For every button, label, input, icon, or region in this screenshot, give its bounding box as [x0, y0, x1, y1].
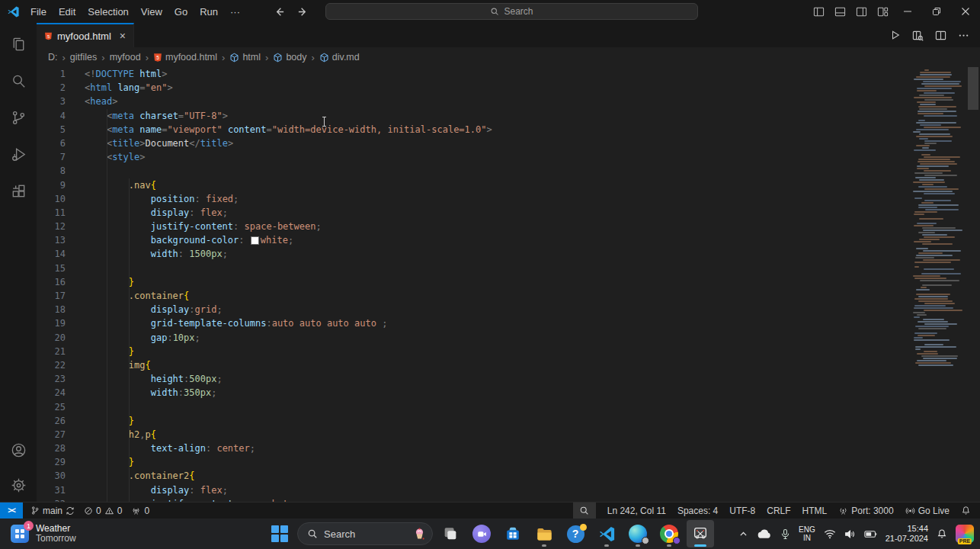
eol-setting[interactable]: CRLF — [767, 506, 790, 516]
chrome-button[interactable] — [655, 520, 683, 547]
more-actions-button[interactable] — [958, 30, 969, 41]
tab-close-icon[interactable]: × — [120, 30, 126, 41]
breadcrumb-item-myfood[interactable]: myfood — [110, 52, 141, 63]
code-line[interactable]: 16 } — [37, 275, 980, 289]
widgets-weather-button[interactable]: 1 Weather Tomorrow — [5, 522, 84, 546]
code-line[interactable]: 31 display: flex; — [37, 483, 980, 497]
code-line[interactable]: 3<head> — [37, 95, 980, 108]
file-explorer-button[interactable] — [530, 520, 558, 547]
code-line[interactable]: 8 — [37, 164, 980, 178]
explorer-icon[interactable] — [0, 26, 37, 63]
code-line[interactable]: 21 } — [37, 345, 980, 358]
menu-go[interactable]: Go — [168, 4, 194, 20]
notifications-icon[interactable] — [937, 528, 947, 539]
menu-edit[interactable]: Edit — [53, 4, 82, 20]
microphone-icon[interactable] — [780, 528, 790, 540]
menu-more[interactable]: ··· — [224, 4, 246, 20]
photos-preview-icon[interactable]: PRE — [956, 525, 974, 543]
code-line[interactable]: 29 } — [37, 455, 980, 469]
scrollbar-thumb[interactable] — [968, 67, 978, 110]
toggle-secondary-sidebar-button[interactable] — [850, 0, 872, 23]
run-debug-icon[interactable] — [0, 136, 37, 172]
code-line[interactable]: 4 <meta charset="UTF-8"> — [37, 109, 980, 123]
start-button[interactable] — [266, 520, 293, 547]
code-line[interactable]: 26 } — [37, 414, 980, 428]
wifi-icon[interactable] — [824, 529, 836, 539]
code-line[interactable]: 2<html lang="en"> — [37, 81, 980, 95]
code-line[interactable]: 17 .container{ — [37, 289, 980, 303]
remote-indicator[interactable]: >< — [0, 502, 23, 518]
split-editor-button[interactable] — [935, 30, 946, 41]
language-indicator[interactable]: ENGIN — [799, 525, 815, 542]
indentation-setting[interactable]: Spaces: 4 — [677, 506, 718, 516]
microsoft-store-button[interactable] — [499, 520, 527, 547]
run-file-button[interactable] — [890, 30, 901, 40]
minimize-button[interactable] — [893, 0, 922, 23]
forward-arrow-icon[interactable] — [297, 6, 309, 18]
accounts-icon[interactable] — [0, 432, 37, 468]
code-line[interactable]: 1<!DOCTYPE html> — [37, 67, 980, 81]
port-indicator[interactable]: Port: 3000 — [838, 506, 893, 516]
settings-gear-icon[interactable] — [0, 468, 37, 502]
toggle-panel-button[interactable] — [829, 0, 850, 23]
code-line[interactable]: 18 display:grid; — [37, 303, 980, 316]
ports-indicator[interactable]: 0 — [131, 506, 149, 516]
menu-selection[interactable]: Selection — [82, 4, 134, 20]
back-arrow-icon[interactable] — [274, 6, 285, 18]
code-line[interactable]: 9 .nav{ — [37, 178, 980, 192]
code-line[interactable]: 6 <title>Document</title> — [37, 136, 980, 150]
code-line[interactable]: 5 <meta name="viewport" content="width=d… — [37, 123, 980, 136]
volume-icon[interactable] — [844, 529, 856, 539]
close-window-button[interactable] — [951, 0, 980, 23]
code-line[interactable]: 12 justify-content: space-between; — [37, 220, 980, 233]
command-center-search[interactable]: Search — [325, 3, 698, 20]
encoding-setting[interactable]: UTF-8 — [729, 506, 755, 516]
chat-button[interactable] — [468, 520, 495, 547]
notifications-bell-icon[interactable] — [961, 506, 971, 515]
code-line[interactable]: 15 — [37, 262, 980, 275]
task-view-button[interactable] — [437, 520, 464, 547]
code-line[interactable]: 10 position: fixed; — [37, 192, 980, 206]
code-line[interactable]: 23 height:500px; — [37, 372, 980, 386]
breadcrumb-item-gitfiles[interactable]: gitfiles — [70, 52, 97, 63]
snipping-tool-button[interactable] — [687, 520, 714, 547]
code-editor[interactable]: 1<!DOCTYPE html>2<html lang="en">3<head>… — [37, 67, 980, 502]
branch-indicator[interactable]: main — [30, 506, 75, 516]
code-line[interactable]: 30 .container2{ — [37, 469, 980, 483]
code-line[interactable]: 20 gap:10px; — [37, 331, 980, 345]
breadcrumb-item-divmd[interactable]: div.md — [319, 52, 360, 63]
battery-icon[interactable] — [864, 530, 877, 538]
open-preview-button[interactable] — [912, 30, 924, 41]
source-control-icon[interactable] — [0, 99, 37, 136]
code-line[interactable]: 27 h2,p{ — [37, 428, 980, 441]
code-line[interactable]: 7 <style> — [37, 150, 980, 164]
breadcrumb-item-body[interactable]: body — [273, 52, 306, 63]
customize-layout-button[interactable] — [872, 0, 893, 23]
code-line[interactable]: 14 width: 1500px; — [37, 247, 980, 261]
code-line[interactable]: 19 grid-template-columns:auto auto auto … — [37, 316, 980, 330]
code-line[interactable]: 22 img{ — [37, 358, 980, 372]
menu-file[interactable]: File — [24, 4, 53, 20]
breadcrumb-item-html[interactable]: html — [229, 52, 261, 63]
language-mode[interactable]: HTML — [802, 506, 828, 516]
go-live-button[interactable]: Go Live — [905, 506, 950, 516]
code-line[interactable]: 28 text-align: center; — [37, 441, 980, 455]
onedrive-cloud-icon[interactable] — [757, 528, 772, 539]
screencast-search-button[interactable] — [573, 502, 596, 518]
clock[interactable]: 15:4421-07-2024 — [886, 524, 928, 544]
problems-indicator[interactable]: 0 0 — [84, 506, 122, 516]
code-line[interactable]: 25 — [37, 400, 980, 414]
get-help-button[interactable]: ? — [562, 520, 589, 547]
menu-view[interactable]: View — [135, 4, 168, 20]
breadcrumb-item-d[interactable]: D: — [48, 52, 58, 63]
maximize-restore-button[interactable] — [922, 0, 951, 23]
taskbar-search-box[interactable]: Search — [297, 522, 433, 545]
search-sidebar-icon[interactable] — [0, 63, 37, 99]
toggle-sidebar-button[interactable] — [808, 0, 829, 23]
code-line[interactable]: 24 width:350px; — [37, 386, 980, 400]
vscode-button[interactable] — [593, 520, 620, 547]
tab-myfood-html[interactable]: 5 myfood.html × — [37, 23, 134, 47]
menu-run[interactable]: Run — [194, 4, 224, 20]
edge-button[interactable] — [624, 520, 652, 547]
code-line[interactable]: 13 background-color: white; — [37, 233, 980, 247]
